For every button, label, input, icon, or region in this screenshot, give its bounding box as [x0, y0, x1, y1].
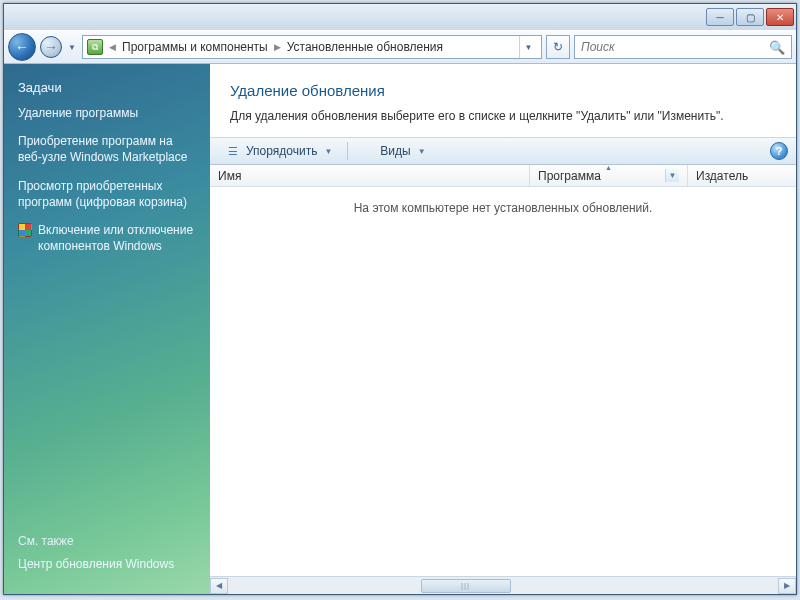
organize-label: Упорядочить: [246, 144, 317, 158]
sidebar-link-digital-locker[interactable]: Просмотр приобретенных программ (цифрова…: [18, 178, 196, 210]
chevron-right-icon: ▶: [274, 42, 281, 52]
back-button[interactable]: ←: [8, 33, 36, 61]
empty-list-message: На этом компьютере нет установленных обн…: [354, 201, 653, 215]
address-bar[interactable]: ⧉ ◀ Программы и компоненты ▶ Установленн…: [82, 35, 542, 59]
tasks-sidebar: Задачи Удаление программы Приобретение п…: [4, 64, 210, 594]
scroll-right-button[interactable]: ▶: [778, 578, 796, 594]
navigation-bar: ← → ▼ ⧉ ◀ Программы и компоненты ▶ Устан…: [4, 30, 796, 64]
command-bar: Упорядочить ▼ Виды ▼ ?: [210, 137, 796, 165]
forward-button[interactable]: →: [40, 36, 62, 58]
refresh-button[interactable]: ↻: [546, 35, 570, 59]
refresh-icon: ↻: [553, 40, 563, 54]
page-title: Удаление обновления: [230, 82, 776, 99]
tasks-heading: Задачи: [18, 80, 196, 95]
shield-icon: [18, 223, 32, 237]
breadcrumb-level2[interactable]: Установленные обновления: [287, 40, 443, 54]
breadcrumb-level1[interactable]: Программы и компоненты: [122, 40, 268, 54]
chevron-down-icon: ▼: [324, 147, 332, 156]
views-button[interactable]: Виды ▼: [356, 141, 432, 161]
views-label: Виды: [380, 144, 410, 158]
arrow-right-icon: →: [44, 39, 58, 55]
views-icon: [363, 145, 375, 157]
column-header-name[interactable]: Имя: [210, 165, 530, 186]
sidebar-link-windows-features[interactable]: Включение или отключение компонентов Win…: [38, 222, 196, 254]
column-header-program[interactable]: ▲ Программа ▼: [530, 165, 688, 186]
search-box[interactable]: 🔍: [574, 35, 792, 59]
toolbar-separator: [347, 142, 348, 160]
sidebar-link-windows-update[interactable]: Центр обновления Windows: [18, 556, 196, 572]
arrow-left-icon: ←: [15, 39, 29, 55]
nav-history-dropdown[interactable]: ▼: [66, 36, 78, 58]
titlebar: ─ ▢ ✕: [4, 4, 796, 30]
organize-button[interactable]: Упорядочить ▼: [218, 140, 339, 162]
see-also-heading: См. также: [18, 534, 196, 548]
sidebar-link-uninstall-program[interactable]: Удаление программы: [18, 105, 196, 121]
programs-icon: ⧉: [87, 39, 103, 55]
minimize-button[interactable]: ─: [706, 8, 734, 26]
address-dropdown[interactable]: ▼: [519, 36, 537, 58]
scroll-thumb[interactable]: |||: [421, 579, 511, 593]
scroll-left-button[interactable]: ◀: [210, 578, 228, 594]
column-header-publisher[interactable]: Издатель: [688, 165, 796, 186]
chevron-left-icon: ◀: [109, 42, 116, 52]
column-filter-dropdown[interactable]: ▼: [665, 169, 679, 182]
close-button[interactable]: ✕: [766, 8, 794, 26]
organize-icon: [225, 143, 241, 159]
main-pane: Удаление обновления Для удаления обновле…: [210, 64, 796, 594]
search-input[interactable]: [581, 40, 769, 54]
help-button[interactable]: ?: [770, 142, 788, 160]
page-instruction: Для удаления обновления выберите его в с…: [230, 109, 776, 123]
search-icon: 🔍: [769, 40, 785, 55]
maximize-button[interactable]: ▢: [736, 8, 764, 26]
horizontal-scrollbar[interactable]: ◀ ||| ▶: [210, 576, 796, 594]
control-panel-window: ─ ▢ ✕ ← → ▼ ⧉ ◀ Программы и компоненты ▶…: [3, 3, 797, 595]
sidebar-link-marketplace[interactable]: Приобретение программ на веб-узле Window…: [18, 133, 196, 165]
column-header-row: Имя ▲ Программа ▼ Издатель: [210, 165, 796, 187]
sort-indicator-icon: ▲: [605, 164, 612, 171]
updates-list: На этом компьютере нет установленных обн…: [210, 187, 796, 576]
chevron-down-icon: ▼: [418, 147, 426, 156]
scroll-track[interactable]: |||: [228, 578, 778, 594]
